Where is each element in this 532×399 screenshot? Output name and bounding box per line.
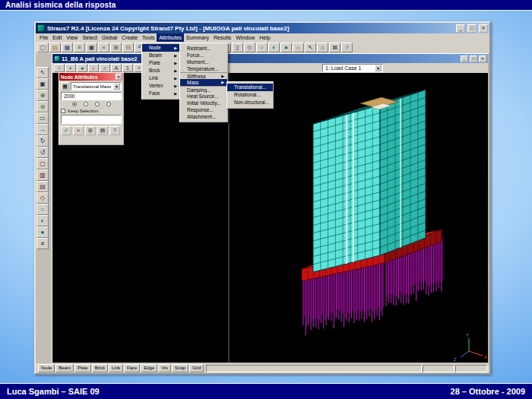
- mass-value-field[interactable]: 2000: [61, 92, 122, 100]
- menu-option-attachment[interactable]: Attachment...: [180, 113, 227, 120]
- menu-option-non-structural[interactable]: Non-structural...: [227, 99, 273, 106]
- menu-window[interactable]: Window: [233, 33, 257, 42]
- menu-create[interactable]: Create: [119, 33, 140, 42]
- dialog-close-button[interactable]: ×: [116, 74, 122, 80]
- dialog-titlebar[interactable]: Node Attributes ×: [59, 73, 123, 81]
- menu-edit[interactable]: Edit: [50, 33, 64, 42]
- menu-option-rotational[interactable]: Rotational...: [227, 91, 273, 99]
- direction-radio-3[interactable]: [95, 102, 100, 106]
- toggle-vertex[interactable]: Vtx: [158, 364, 171, 372]
- toggle-brick[interactable]: Brick: [92, 364, 108, 372]
- assign-button[interactable]: ✓: [61, 126, 71, 135]
- chevron-down-icon[interactable]: ▼: [375, 65, 382, 71]
- labels-icon[interactable]: A: [111, 64, 122, 72]
- orbit-icon[interactable]: ↻: [36, 135, 49, 147]
- toggle-face[interactable]: Face: [124, 364, 140, 372]
- menu-option-moment[interactable]: Moment...: [180, 59, 227, 65]
- light-icon[interactable]: ☼: [88, 64, 99, 72]
- pointer-icon[interactable]: ↖: [36, 67, 49, 78]
- zoom-in-icon[interactable]: ⊕: [36, 90, 49, 101]
- direction-radio-1[interactable]: [72, 102, 77, 106]
- view-yz-icon[interactable]: ▥: [36, 169, 49, 181]
- view-zx-icon[interactable]: ▤: [36, 181, 49, 192]
- paint-attribute-button[interactable]: ▤: [97, 126, 108, 135]
- menu-summary[interactable]: Summary: [184, 33, 211, 42]
- menu-option-restraint[interactable]: Restraint...: [180, 45, 227, 52]
- menu-results[interactable]: Results: [211, 33, 233, 42]
- child-restore-button[interactable]: □: [470, 55, 477, 62]
- toggle-grid[interactable]: Grid: [189, 364, 204, 372]
- menu-option-plate[interactable]: Plate▶: [142, 59, 180, 67]
- menu-option-vertex[interactable]: Vertex▶: [142, 82, 180, 90]
- menu-view[interactable]: View: [64, 33, 80, 42]
- toggle-link[interactable]: Link: [109, 364, 123, 372]
- menu-option-brick[interactable]: Brick▶: [142, 67, 180, 74]
- save-file-icon[interactable]: ▦: [62, 43, 73, 52]
- print-preview-icon[interactable]: ▣: [86, 43, 97, 52]
- menu-option-damping[interactable]: Damping...: [180, 86, 227, 93]
- toggle-node[interactable]: Node: [38, 364, 55, 372]
- copy-icon[interactable]: ⊞: [110, 43, 122, 52]
- view-xy-icon[interactable]: ▢: [36, 158, 49, 169]
- print-icon[interactable]: ≡: [74, 43, 85, 52]
- menu-option-temperature[interactable]: Temperature...: [180, 65, 227, 72]
- chevron-down-icon[interactable]: ▼: [113, 83, 120, 90]
- home-view-icon[interactable]: ⌂: [317, 43, 328, 52]
- minimize-button[interactable]: _: [456, 24, 465, 33]
- child-minimize-button[interactable]: _: [461, 55, 468, 62]
- child-titlebar[interactable]: 11_B6 A pali vincolati base2 _ □ ×: [52, 54, 488, 63]
- pan-icon[interactable]: ↔: [36, 124, 49, 135]
- shaded-icon[interactable]: ◐: [268, 43, 280, 52]
- menu-option-node[interactable]: Node▶: [142, 44, 180, 52]
- attribute-value-list[interactable]: [61, 115, 122, 124]
- toggle-beam[interactable]: Beam: [55, 364, 74, 372]
- grid-icon[interactable]: #: [36, 238, 49, 249]
- open-file-icon[interactable]: ▤: [49, 43, 61, 52]
- attribute-type-button[interactable]: ▦: [61, 82, 69, 90]
- direction-radio-4[interactable]: [106, 102, 111, 106]
- refresh-icon[interactable]: ↺: [36, 147, 49, 158]
- copy-attribute-button[interactable]: ⊞: [85, 126, 96, 135]
- select-box-icon[interactable]: ▣: [36, 78, 49, 90]
- toggle-edge[interactable]: Edge: [141, 364, 157, 372]
- solid-icon[interactable]: ●: [77, 64, 87, 72]
- wireframe-icon[interactable]: ○: [256, 43, 268, 52]
- cut-icon[interactable]: ×: [98, 43, 109, 52]
- help-icon[interactable]: ?: [341, 43, 353, 52]
- numbers-icon[interactable]: 1: [122, 64, 133, 72]
- menu-global[interactable]: Global: [100, 33, 119, 42]
- app-titlebar[interactable]: Straus7 R2.4 [Licenza 24 Copyright Stran…: [36, 23, 489, 33]
- menu-option-face[interactable]: Face▶: [142, 90, 180, 97]
- menu-select[interactable]: Select: [80, 33, 99, 42]
- display-wire-icon[interactable]: ○: [36, 204, 49, 215]
- view-iso-icon[interactable]: ◇: [36, 192, 49, 204]
- menu-option-beam[interactable]: Beam▶: [142, 52, 180, 59]
- help-button[interactable]: ?: [109, 126, 120, 135]
- menu-option-stiffness[interactable]: Stiffness▶: [180, 72, 227, 79]
- wireframe-icon[interactable]: ○: [54, 64, 65, 72]
- child-close-button[interactable]: ×: [479, 55, 486, 62]
- attribute-type-combo[interactable]: Translational Mass ▼: [71, 82, 122, 90]
- menu-file[interactable]: File: [37, 33, 50, 42]
- maximize-button[interactable]: □: [467, 24, 477, 33]
- menu-tools[interactable]: Tools: [140, 33, 157, 42]
- display-solid-icon[interactable]: ●: [36, 226, 49, 238]
- close-button[interactable]: ×: [479, 24, 488, 33]
- menu-option-response[interactable]: Response...: [180, 106, 227, 113]
- front-view-icon[interactable]: ▯: [232, 43, 243, 52]
- perspective-icon[interactable]: ⌂: [100, 64, 110, 72]
- display-shaded-icon[interactable]: ◐: [36, 215, 49, 226]
- new-file-icon[interactable]: ▢: [37, 43, 49, 52]
- solid-icon[interactable]: ●: [280, 43, 292, 52]
- menu-option-force[interactable]: Force...: [180, 52, 227, 59]
- menu-option-link[interactable]: Link▶: [142, 74, 180, 82]
- load-case-combo[interactable]: 1: Load Case 1 ▼: [322, 64, 383, 72]
- toggle-snap[interactable]: Snap: [172, 364, 188, 372]
- remove-button[interactable]: ×: [73, 126, 84, 135]
- keep-selection-checkbox[interactable]: [61, 109, 65, 113]
- iso-view-icon[interactable]: ◇: [244, 43, 255, 52]
- direction-radio-2[interactable]: [84, 102, 88, 106]
- menu-attributes[interactable]: Attributes: [157, 33, 184, 42]
- shaded-icon[interactable]: ◐: [65, 64, 76, 72]
- menu-option-mass[interactable]: Mass▶: [180, 79, 227, 86]
